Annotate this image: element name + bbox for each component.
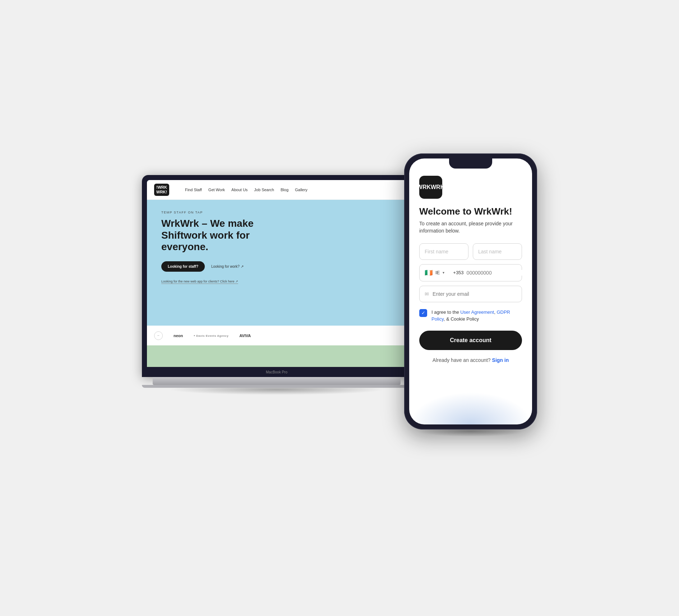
phone-content: !WRK WRK! Welcome to WrkWrk! To create a… [409, 169, 532, 377]
phone-decoration [409, 392, 532, 424]
last-name-input[interactable] [473, 243, 522, 260]
laptop-eyebrow: TEMP STAFF ON TAP [161, 211, 392, 214]
laptop-cta-row: Looking for staff? Looking for work? ↗ [161, 261, 392, 272]
brand-aviva: AVIVA [239, 334, 251, 338]
country-flag: 🇮🇪 [425, 269, 433, 277]
first-name-input[interactable] [419, 243, 468, 260]
phone-title: Welcome to WrkWrk! [419, 206, 522, 217]
phone-frame: !WRK WRK! Welcome to WrkWrk! To create a… [404, 153, 537, 429]
looking-for-work-link[interactable]: Looking for work? ↗ [211, 265, 244, 268]
country-code: IE [435, 270, 440, 275]
phone-email-row: ✉ [419, 286, 522, 302]
nav-about-us[interactable]: About Us [231, 188, 248, 192]
laptop-headline: WrkWrk – We make Shiftwork work for ever… [161, 218, 276, 253]
agree-text: I agree to the User Agreement, GDPR Poli… [431, 309, 522, 323]
phone-logo: !WRK WRK! [419, 176, 442, 199]
laptop-navbar: !WRK WRK! Find Staff Get Work About Us J… [147, 180, 406, 200]
phone-subtitle: To create an account, please provide you… [419, 220, 522, 235]
laptop-bottom-bezel: MacBook Pro [147, 367, 406, 377]
email-icon: ✉ [425, 291, 429, 297]
phone-number-input[interactable] [467, 270, 530, 276]
looking-for-staff-button[interactable]: Looking for staff? [161, 261, 205, 272]
nav-gallery[interactable]: Gallery [295, 188, 308, 192]
laptop-base [153, 377, 401, 385]
web-app-link[interactable]: Looking for the new web app for clients?… [161, 280, 238, 284]
laptop-screen-inner: !WRK WRK! Find Staff Get Work About Us J… [147, 180, 406, 367]
laptop-logo: !WRK WRK! [154, 184, 169, 196]
email-input[interactable] [433, 291, 517, 297]
prev-arrow[interactable]: ← [154, 331, 163, 340]
user-agreement-link[interactable]: User Agreement [460, 309, 494, 315]
laptop-bottom-strip [147, 345, 406, 367]
phone-agree-row: ✓ I agree to the User Agreement, GDPR Po… [419, 309, 522, 323]
laptop-nav-links: Find Staff Get Work About Us Job Search … [185, 188, 308, 192]
phone-notch [449, 158, 492, 169]
nav-blog[interactable]: Blog [281, 188, 288, 192]
brand-neon: neon [174, 334, 183, 338]
phone-signin-row: Already have an account? Sign in [419, 357, 522, 363]
nav-get-work[interactable]: Get Work [208, 188, 225, 192]
laptop-foot [142, 385, 411, 388]
laptop-logos-bar: ← neon ▪ Davis Events Agency AVIVA [147, 326, 406, 345]
laptop-brand-label: MacBook Pro [266, 370, 287, 374]
checkmark-icon: ✓ [421, 310, 425, 316]
already-have-account-text: Already have an account? [433, 357, 491, 363]
phone-name-row [419, 243, 522, 260]
brand-davis: ▪ Davis Events Agency [194, 334, 228, 337]
phone-screen: !WRK WRK! Welcome to WrkWrk! To create a… [409, 158, 532, 424]
create-account-button[interactable]: Create account [419, 331, 522, 350]
agree-checkbox[interactable]: ✓ [419, 309, 427, 317]
nav-find-staff[interactable]: Find Staff [185, 188, 202, 192]
laptop-screen-outer: !WRK WRK! Find Staff Get Work About Us J… [142, 175, 411, 377]
sign-in-link[interactable]: Sign in [492, 357, 509, 363]
phone-prefix: +353 [453, 270, 463, 275]
scene: !WRK WRK! Find Staff Get Work About Us J… [142, 153, 537, 463]
laptop-hero: TEMP STAFF ON TAP WrkWrk – We make Shift… [147, 200, 406, 326]
phone-device: !WRK WRK! Welcome to WrkWrk! To create a… [404, 153, 537, 429]
laptop-device: !WRK WRK! Find Staff Get Work About Us J… [142, 175, 411, 388]
nav-job-search[interactable]: Job Search [254, 188, 274, 192]
phone-number-row[interactable]: 🇮🇪 IE ▾ +353 [419, 264, 522, 281]
country-chevron[interactable]: ▾ [443, 271, 444, 275]
